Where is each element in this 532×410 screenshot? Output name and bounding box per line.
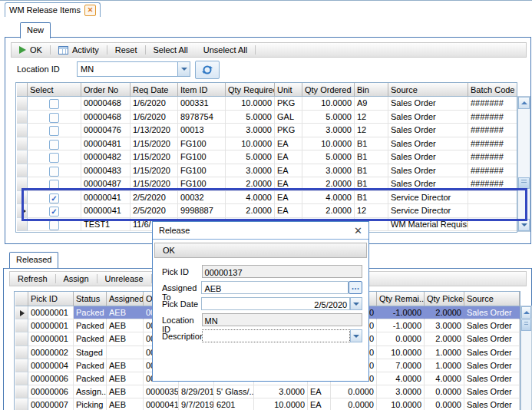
cell-pick_id[interactable]: 00000004 — [28, 359, 74, 372]
cell-order_no[interactable]: 00000481 — [81, 137, 131, 151]
column-header-status[interactable]: Status — [74, 292, 107, 306]
row-selector-cell[interactable] — [17, 124, 28, 137]
cell-source[interactable]: Sales Order — [464, 332, 520, 346]
cell-select[interactable] — [28, 137, 81, 151]
cell-source[interactable]: Sales Order — [464, 359, 520, 372]
cell-source[interactable]: Sales Order — [464, 372, 520, 385]
column-header-bin[interactable]: Bin — [355, 83, 388, 97]
tab-released[interactable]: Released — [9, 252, 58, 268]
scrollbar-thumb[interactable] — [521, 319, 531, 331]
cell-assigned[interactable] — [107, 346, 144, 359]
cell-unit[interactable]: EA — [308, 385, 331, 398]
row-selector-cell[interactable] — [17, 164, 28, 178]
column-header-qty_remaining[interactable]: Qty Remai... — [377, 292, 425, 306]
cell-source[interactable]: Sales Order — [388, 137, 468, 151]
cell-qty_picked[interactable]: 3.0000 — [425, 319, 464, 332]
table-row[interactable]: 000004871/15/2020FG1002.0000EA2.0000B1Sa… — [16, 177, 517, 191]
cell-qty_ordered[interactable]: 3.0000 — [302, 164, 355, 178]
cell-req_date[interactable]: 2/5/2020 — [131, 191, 178, 205]
row-selector-cell[interactable] — [15, 332, 28, 346]
cell-qty2[interactable]: 0.0000 — [331, 385, 377, 398]
cell-select[interactable] — [28, 111, 81, 124]
cell-qty_required[interactable]: 5.0000 — [226, 150, 275, 164]
assign-button[interactable]: Assign — [56, 272, 97, 286]
cell-item_id[interactable]: FG100 — [178, 177, 226, 191]
table-row[interactable]: 000004681/6/202000033110.0000PKG10.0000A… — [16, 97, 517, 111]
table-row[interactable]: 00000006Assign...AEB000003558/29/20185' … — [15, 385, 520, 398]
cell-assigned[interactable]: AEB — [107, 372, 144, 385]
cell-status[interactable]: Picking — [74, 398, 107, 410]
row-selector-cell[interactable] — [17, 150, 28, 164]
released-grid-scrollbar[interactable] — [520, 306, 532, 410]
cell-req_date[interactable]: 1/15/2020 — [131, 137, 178, 151]
cell-qty_ordered[interactable]: 2.0000 — [302, 204, 355, 218]
cell-bin[interactable]: B1 — [355, 164, 388, 178]
cell-unit[interactable]: EA — [308, 398, 331, 410]
column-header-unit[interactable]: Unit — [275, 83, 302, 97]
cell-batch_code[interactable] — [468, 191, 517, 205]
column-header-assigned[interactable]: Assigned... — [107, 292, 144, 306]
cell-unit[interactable]: EA — [275, 204, 302, 218]
cell-source[interactable]: Sales Order — [388, 124, 468, 137]
pick_date-dropdown-button[interactable] — [350, 297, 362, 310]
cell-source[interactable]: Sales Order — [464, 346, 520, 359]
cell-bin[interactable]: A9 — [355, 97, 388, 111]
cell-req_date[interactable]: 1/15/2020 — [131, 164, 178, 178]
cell-qty_required[interactable]: 2.0000 — [226, 204, 275, 218]
cell-qty_picked[interactable]: 2.0000 — [425, 306, 464, 319]
cell-status[interactable]: Packed — [74, 319, 107, 332]
cell-bin[interactable]: 12 — [355, 124, 388, 137]
row-selector-cell[interactable] — [15, 359, 28, 372]
cell-qty_required[interactable]: 5.0000 — [226, 111, 275, 124]
cell-select[interactable] — [28, 124, 81, 137]
cell-batch_code[interactable]: ####### — [468, 177, 517, 191]
dialog-ok-button[interactable]: OK — [154, 243, 367, 258]
cell-source[interactable]: Sales Order — [464, 398, 520, 410]
cell-pick_id[interactable]: 00000006 — [28, 385, 74, 398]
row-selector-cell[interactable] — [15, 346, 28, 359]
column-header-order_no[interactable]: Order No — [81, 83, 131, 97]
cell-batch_code[interactable]: ####### — [468, 124, 517, 137]
cell-batch_code[interactable]: ####### — [468, 150, 517, 164]
scroll-up-button[interactable] — [521, 306, 531, 319]
cell-bin[interactable]: B1 — [355, 137, 388, 151]
cell-pick_id[interactable]: 00000007 — [28, 398, 74, 410]
cell-select[interactable] — [28, 164, 81, 178]
dialog-titlebar[interactable]: Release ✕ — [153, 222, 368, 240]
cell-req_date[interactable]: 1/6/2020 — [131, 111, 178, 124]
row-selector-cell[interactable] — [15, 372, 28, 385]
cell-qty_required[interactable]: 2.0000 — [226, 177, 275, 191]
cell-unit[interactable]: EA — [275, 177, 302, 191]
cell-bin[interactable]: B1 — [355, 177, 388, 191]
cell-bin[interactable]: 12 — [355, 111, 388, 124]
cell-source[interactable]: Sales Order — [464, 319, 520, 332]
reset-button[interactable]: Reset — [107, 43, 145, 57]
cell-qty_required[interactable]: 3.0000 — [226, 164, 275, 178]
cell-item[interactable]: 6201 — [214, 398, 254, 410]
cell-batch_code[interactable] — [468, 218, 517, 232]
doc-tab-wm-release-items[interactable]: WM Release Items ✕ — [5, 2, 101, 17]
checkbox-unchecked[interactable] — [49, 113, 59, 123]
description-dropdown-button[interactable] — [350, 329, 362, 342]
cell-assigned[interactable]: AEB — [107, 319, 144, 332]
cell-pick_id[interactable]: 00000001 — [28, 332, 74, 346]
cell-source[interactable]: Sales Order — [388, 150, 468, 164]
column-header-qty_picked[interactable]: Qty Picked — [425, 292, 464, 306]
cell-assigned[interactable]: AEB — [107, 385, 144, 398]
checkbox-unchecked[interactable] — [49, 126, 59, 136]
cell-qty_picked[interactable]: 1.0000 — [425, 346, 464, 359]
cell-batch_code[interactable]: ####### — [468, 137, 517, 151]
checkbox-unchecked[interactable] — [49, 167, 59, 177]
cell-order_no[interactable]: TEST1 — [81, 218, 131, 232]
cell-item_id[interactable]: 8978754 — [178, 111, 226, 124]
cell-order_no[interactable]: 00000487 — [81, 177, 131, 191]
checkbox-unchecked[interactable] — [49, 220, 59, 230]
checkbox-checked[interactable]: ✓ — [49, 193, 59, 203]
cell-source[interactable]: Sales Order — [388, 177, 468, 191]
cell-source[interactable]: Service Director — [388, 191, 468, 205]
row-selector-cell[interactable] — [17, 177, 28, 191]
unrelease-button[interactable]: Unrelease — [97, 272, 151, 286]
cell-unit[interactable]: GAL — [275, 111, 302, 124]
cell-qty_remaining[interactable]: 3.0000 — [377, 385, 425, 398]
cell-order_no[interactable]: 00000476 — [81, 124, 131, 137]
